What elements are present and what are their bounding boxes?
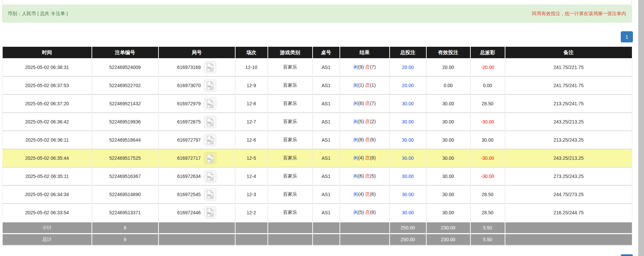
valid-bet-notice-text: 同局有效投注，统一计算在该局第一张注单内 [532, 11, 626, 17]
cell-session: 12-2 [235, 204, 268, 222]
round-id-group: 616972979 [177, 98, 216, 110]
cell-total-bet[interactable]: 20.00 [390, 58, 426, 76]
column-header-4: 场次 [235, 47, 268, 58]
video-replay-button[interactable] [204, 134, 216, 146]
round-id-value: 616972979 [177, 101, 201, 106]
cell-valid-bet: 0.00 [426, 76, 470, 95]
round-id-group: 616972797 [177, 134, 216, 146]
cell-time: 2025-05-02 06:35:44 [3, 149, 92, 167]
cell-table-no: AS1 [313, 58, 340, 76]
cell-total-valid-bet: 230.00 [426, 233, 470, 245]
result-player-label: 闲 [353, 191, 358, 197]
cell-total-bet[interactable]: 20.00 [390, 76, 426, 95]
total-bet-link[interactable]: 30.00 [402, 137, 414, 143]
cell-time: 2025-05-02 06:33:54 [3, 204, 92, 222]
cell-subtotal-table-no [313, 222, 340, 233]
cell-total-total-bet: 250.00 [390, 233, 426, 245]
cell-valid-bet: 30.00 [426, 95, 470, 113]
table-row: 2025-05-02 06:35:44522469517525616972717… [3, 149, 632, 167]
cell-remark: 273.25/243.25 [505, 167, 632, 185]
bet-records-table: 时间注单编号局号场次游戏类别桌号结果总投注有效投注总派彩备注 2025-05-0… [2, 47, 632, 246]
result-player-points: (8) [358, 137, 364, 142]
video-replay-button[interactable] [204, 170, 216, 183]
cell-session: 12-7 [235, 113, 268, 131]
cell-round-id: 616972797 [158, 131, 235, 149]
cell-total-bet[interactable]: 30.00 [390, 131, 426, 149]
cell-round-id: 616972545 [158, 185, 235, 204]
cell-payout: 28.50 [470, 185, 505, 204]
cell-bet-id: 522469522702 [92, 76, 158, 95]
round-id-group: 616972634 [177, 170, 216, 183]
cell-bet-id: 522469521432 [92, 95, 158, 113]
video-replay-button[interactable] [204, 188, 216, 201]
total-bet-link[interactable]: 30.00 [402, 101, 414, 106]
total-bet-link[interactable]: 30.00 [402, 210, 414, 215]
total-bet-link[interactable]: 30.00 [402, 119, 414, 124]
cell-game-type: 百家乐 [268, 113, 313, 131]
cell-payout: -30.00 [470, 167, 505, 185]
round-id-group: 616973169 [177, 61, 216, 73]
cell-bet-id: 522469517525 [92, 149, 158, 167]
result-banker-label: 庄 [365, 173, 370, 179]
cell-total-bet[interactable]: 30.00 [390, 204, 426, 222]
cell-game-type: 百家乐 [268, 167, 313, 185]
total-bet-link[interactable]: 20.00 [402, 83, 414, 88]
pagination-page-1-top[interactable]: 1 [621, 31, 633, 42]
video-replay-button[interactable] [204, 116, 216, 128]
total-bet-link[interactable]: 20.00 [402, 65, 414, 70]
cell-total-bet-id: 9 [92, 233, 158, 245]
video-replay-button[interactable] [204, 152, 216, 164]
cell-payout: 28.50 [470, 95, 505, 113]
column-header-2: 注单编号 [92, 47, 158, 58]
video-replay-button[interactable] [204, 79, 216, 92]
cell-result: 闲(8) 庄(6) [340, 131, 390, 149]
cell-result: 闲(1) 庄(1) [340, 76, 390, 95]
video-replay-button[interactable] [204, 61, 216, 73]
cell-result: 闲(4) 庄(8) [340, 149, 390, 167]
cell-game-type: 百家乐 [268, 204, 313, 222]
cell-session: 12-3 [235, 185, 268, 204]
cell-payout: 30.00 [470, 131, 505, 149]
cell-total-game-type [268, 233, 313, 245]
result-player-points: (1) [358, 82, 364, 88]
video-file-icon [206, 172, 214, 181]
video-replay-button[interactable] [204, 206, 216, 219]
total-bet-link[interactable]: 30.00 [402, 192, 414, 197]
cell-time: 2025-05-02 06:36:11 [3, 131, 92, 149]
result-player-points: (5) [358, 119, 364, 124]
total-bet-link[interactable]: 30.00 [402, 155, 414, 161]
result-player-points: (5) [358, 210, 364, 215]
cell-total-bet[interactable]: 30.00 [390, 185, 426, 204]
result-banker-label: 庄 [365, 210, 370, 215]
result-banker-label: 庄 [365, 191, 370, 197]
result-banker-points: (6) [370, 191, 375, 197]
cell-bet-id: 522469516367 [92, 167, 158, 185]
result-banker-points: (7) [370, 101, 375, 106]
cell-bet-id: 522469513371 [92, 204, 158, 222]
cell-time: 2025-05-02 06:36:42 [3, 113, 92, 131]
subtotal-row: 小计9250.00230.005.50 [3, 222, 632, 233]
pagination-page-1-bottom[interactable]: 1 [621, 254, 633, 256]
cell-total-table-no [313, 233, 340, 245]
cell-game-type: 百家乐 [268, 149, 313, 167]
cell-total-bet[interactable]: 30.00 [390, 95, 426, 113]
cell-subtotal-session [235, 222, 268, 233]
cell-session: 12-9 [235, 76, 268, 95]
cell-remark: 216.25/244.75 [505, 204, 632, 222]
cell-bet-id: 522469524009 [92, 58, 158, 76]
vertical-scrollbar-thumb[interactable] [638, 0, 644, 256]
cell-table-no: AS1 [313, 113, 340, 131]
cell-total-bet[interactable]: 30.00 [390, 113, 426, 131]
round-id-value: 616972717 [177, 155, 201, 161]
result-player-label: 闲 [353, 173, 358, 179]
cell-total-bet[interactable]: 30.00 [390, 167, 426, 185]
total-bet-link[interactable]: 30.00 [402, 174, 414, 179]
cell-bet-id: 522469518644 [92, 131, 158, 149]
result-player-points: (4) [358, 155, 364, 160]
video-replay-button[interactable] [204, 98, 216, 110]
cell-total-bet[interactable]: 30.00 [390, 149, 426, 167]
cell-result: 闲(6) 庄(7) [340, 95, 390, 113]
cell-result: 闲(5) 庄(2) [340, 113, 390, 131]
round-id-group: 616972446 [177, 206, 216, 219]
cell-valid-bet: 30.00 [426, 149, 470, 167]
